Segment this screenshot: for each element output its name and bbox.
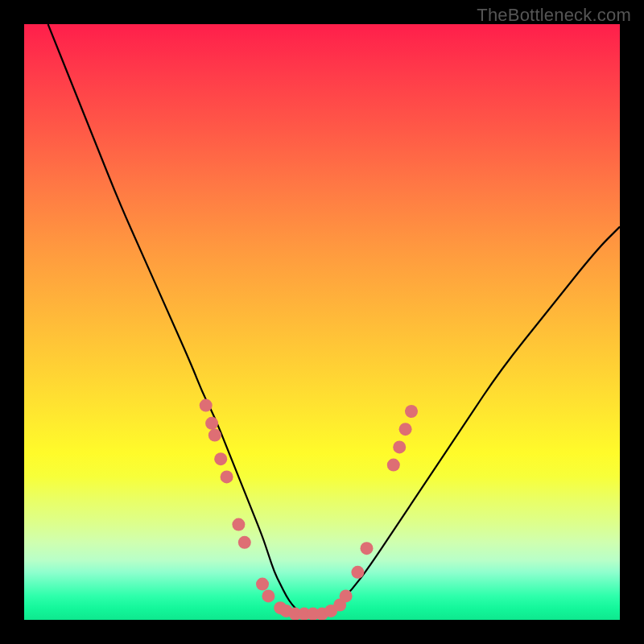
marker-group (200, 399, 418, 620)
marker-dot (393, 440, 406, 453)
curve-layer (24, 24, 620, 620)
marker-dot (340, 589, 353, 602)
plot-area (24, 24, 620, 620)
marker-dot (256, 578, 269, 591)
marker-dot (405, 405, 418, 418)
marker-dot (205, 417, 218, 430)
chart-frame: TheBottleneck.com (0, 0, 644, 644)
marker-dot (200, 399, 213, 412)
marker-dot (399, 423, 412, 436)
marker-dot (221, 470, 233, 483)
marker-dot (262, 589, 275, 602)
marker-dot (238, 536, 251, 549)
bottleneck-curve (48, 24, 620, 614)
marker-dot (208, 429, 221, 442)
marker-dot (387, 459, 400, 472)
watermark-text: TheBottleneck.com (477, 5, 631, 26)
marker-dot (361, 542, 374, 555)
marker-dot (351, 566, 364, 579)
marker-dot (232, 518, 245, 531)
marker-dot (214, 452, 227, 465)
